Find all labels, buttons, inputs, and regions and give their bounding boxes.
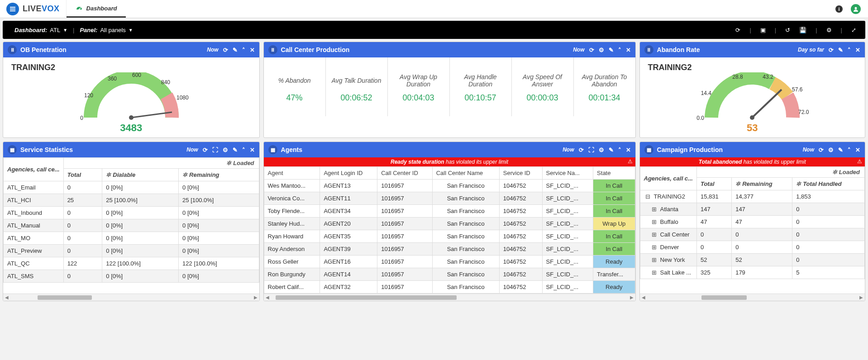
table-row[interactable]: Wes Mantoo...AGENT131016957San Francisco… — [264, 180, 635, 192]
refresh-icon[interactable]: ⟳ — [589, 47, 594, 53]
edit-icon[interactable]: ✎ — [838, 47, 843, 53]
col-ccname[interactable]: Call Center Name — [432, 167, 499, 180]
alert-icon[interactable]: ▣ — [758, 27, 768, 33]
table-row[interactable]: ATL_HCI2525 [100.0%]25 [100.0%] — [4, 194, 259, 207]
col-agencies[interactable]: Agencies, call c... — [640, 167, 696, 190]
close-icon[interactable]: ✕ — [250, 147, 255, 153]
col-remaining[interactable]: ✲Remaining — [179, 169, 259, 181]
expand-toggle-icon[interactable]: ⊞ — [651, 206, 658, 213]
table-row[interactable]: Stanley Hud...AGENT201016957San Francisc… — [264, 218, 635, 230]
refresh-icon[interactable]: ⟳ — [579, 147, 584, 153]
agents-table[interactable]: Agent Agent Login ID Call Center ID Call… — [264, 166, 635, 294]
expand-toggle-icon[interactable]: ⊞ — [651, 231, 658, 238]
h-scrollbar[interactable]: ◀▶ — [3, 294, 259, 301]
table-row[interactable]: ⊞Denver000 — [640, 241, 864, 254]
col-total[interactable]: Total — [696, 178, 731, 190]
time-label[interactable]: Now — [573, 47, 584, 53]
table-row[interactable]: Roy AndersonAGENT391016957San Francisco1… — [264, 243, 635, 256]
close-icon[interactable]: ✕ — [626, 47, 631, 53]
expand-toggle-icon[interactable]: ⊞ — [651, 269, 658, 276]
table-row[interactable]: ATL_Manual00 [0%]0 [0%] — [4, 219, 259, 232]
collapse-icon[interactable]: ˄ — [242, 147, 245, 153]
h-scrollbar[interactable]: ◀▶ — [264, 294, 635, 301]
collapse-icon[interactable]: ˄ — [242, 47, 245, 53]
table-row[interactable]: ATL_MO00 [0%]0 [0%] — [4, 232, 259, 245]
collapse-icon[interactable]: ˄ — [618, 147, 621, 153]
undo-icon[interactable]: ↺ — [782, 27, 793, 33]
col-group-loaded[interactable]: ✲Loaded — [63, 158, 259, 169]
table-row[interactable]: Ron BurgundyAGENT141016957San Francisco1… — [264, 268, 635, 281]
time-label[interactable]: Day so far — [798, 47, 824, 53]
expand-toggle-icon[interactable]: ⊞ — [651, 256, 658, 263]
table-row[interactable]: ATL_Email00 [0%]0 [0%] — [4, 181, 259, 194]
fullscreen-icon[interactable]: ⤢ — [849, 27, 859, 33]
gear-icon[interactable]: ⚙ — [599, 147, 604, 153]
col-total[interactable]: Total — [63, 169, 102, 181]
time-label[interactable]: Now — [803, 147, 814, 153]
table-row[interactable]: ⊞Call Center000 — [640, 228, 864, 241]
logo[interactable]: LIVEVOX — [0, 0, 67, 18]
table-row[interactable]: Robert Calif...AGENT321016957San Francis… — [264, 281, 635, 294]
col-agent[interactable]: Agent — [264, 167, 320, 180]
time-label[interactable]: Now — [207, 47, 218, 53]
edit-icon[interactable]: ✎ — [233, 147, 238, 153]
table-row[interactable]: ATL_SMS00 [0%]0 [0%] — [4, 270, 259, 283]
col-sid[interactable]: Service ID — [499, 167, 542, 180]
table-row[interactable]: Ryan HowardAGENT351016957San Francisco10… — [264, 230, 635, 243]
gear-icon[interactable]: ⚙ — [828, 147, 834, 153]
time-label[interactable]: Now — [186, 147, 198, 153]
gear-icon[interactable]: ⚙ — [599, 47, 604, 53]
tab-dashboard[interactable]: Dashboard — [67, 0, 126, 18]
gear-icon[interactable]: ⚙ — [824, 27, 835, 33]
refresh-icon[interactable]: ⟳ — [203, 147, 208, 153]
close-icon[interactable]: ✕ — [626, 147, 631, 153]
refresh-icon[interactable]: ⟳ — [733, 27, 743, 33]
edit-icon[interactable]: ✎ — [609, 147, 614, 153]
table-row[interactable]: ⊞New York52520 — [640, 254, 864, 266]
refresh-icon[interactable]: ⟳ — [829, 47, 834, 53]
col-ccid[interactable]: Call Center ID — [377, 167, 432, 180]
expand-icon[interactable]: ⛶ — [588, 147, 594, 153]
close-icon[interactable]: ✕ — [855, 47, 860, 53]
expand-toggle-icon[interactable]: ⊞ — [651, 244, 658, 251]
refresh-icon[interactable]: ⟳ — [819, 147, 824, 153]
table-row[interactable]: ATL_Preview00 [0%]0 [0%] — [4, 245, 259, 257]
close-icon[interactable]: ✕ — [250, 47, 255, 53]
campaign-table[interactable]: Agencies, call c... ✲Loaded Total ✲Remai… — [640, 166, 865, 279]
time-label[interactable]: Now — [563, 147, 574, 153]
collapse-icon[interactable]: ˄ — [848, 47, 851, 53]
info-icon[interactable]: i — [835, 5, 843, 13]
col-group-loaded[interactable]: ✲Loaded — [696, 167, 864, 178]
expand-icon[interactable]: ⛶ — [212, 147, 218, 153]
col-agencies[interactable]: Agencies, call ce... — [4, 158, 64, 181]
panel-selector[interactable]: Panel: All panels ▼ — [74, 27, 138, 33]
table-row[interactable]: Toby Flende...AGENT341016957San Francisc… — [264, 205, 635, 218]
refresh-icon[interactable]: ⟳ — [223, 47, 228, 53]
table-row[interactable]: ⊞Atlanta1471470 — [640, 203, 864, 216]
col-handled[interactable]: ✲Total Handled — [792, 178, 865, 190]
table-row[interactable]: ATL_Inbound00 [0%]0 [0%] — [4, 207, 259, 219]
col-login[interactable]: Agent Login ID — [320, 167, 377, 180]
table-row[interactable]: ⊟TRAINING215,83114,3771,853 — [640, 190, 864, 203]
table-row[interactable]: ⊞Salt Lake ...3251795 — [640, 266, 864, 279]
col-state[interactable]: State — [593, 167, 635, 180]
save-icon[interactable]: 💾 — [796, 27, 809, 33]
table-row[interactable]: Veronica Co...AGENT111016957San Francisc… — [264, 192, 635, 205]
col-remaining[interactable]: ✲Remaining — [732, 178, 792, 190]
gear-icon[interactable]: ⚙ — [223, 147, 228, 153]
col-dialable[interactable]: ✲Dialable — [102, 169, 179, 181]
expand-toggle-icon[interactable]: ⊞ — [651, 218, 658, 225]
service-table[interactable]: Agencies, call ce... ✲Loaded Total ✲Dial… — [3, 157, 259, 283]
table-row[interactable]: Ross GellerAGENT161016957San Francisco10… — [264, 256, 635, 268]
collapse-icon[interactable]: ˄ — [618, 47, 621, 53]
close-icon[interactable]: ✕ — [855, 147, 860, 153]
expand-toggle-icon[interactable]: ⊟ — [645, 193, 651, 200]
collapse-icon[interactable]: ˄ — [848, 147, 851, 153]
col-sname[interactable]: Service Na... — [542, 167, 593, 180]
table-row[interactable]: ATL_QC122122 [100.0%]122 [100.0%] — [4, 257, 259, 270]
h-scrollbar[interactable]: ◀▶ — [640, 294, 865, 301]
table-row[interactable]: ⊞Buffalo47470 — [640, 216, 864, 228]
edit-icon[interactable]: ✎ — [233, 47, 238, 53]
edit-icon[interactable]: ✎ — [609, 47, 614, 53]
dashboard-selector[interactable]: Dashboard: ATL ▼ — [9, 27, 73, 33]
